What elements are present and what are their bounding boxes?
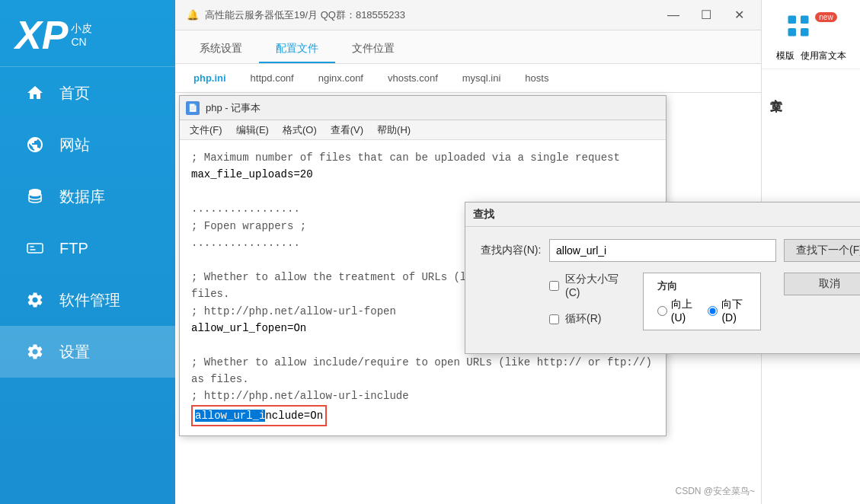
menu-help[interactable]: 帮助(H) (371, 122, 417, 139)
find-search-input[interactable] (549, 239, 776, 262)
svg-rect-5 (801, 28, 809, 37)
sidebar-nav: 首页 网站 数据库 FTP 软件管理 (0, 67, 175, 504)
find-search-label: 查找内容(N): (481, 244, 542, 257)
line-3 (191, 183, 654, 200)
article-section: 文章 (762, 69, 860, 101)
filetab-hosts[interactable]: hosts (514, 69, 559, 88)
line-12: ; Whether to allow include/require to op… (191, 354, 654, 388)
find-title-text: 查找 (473, 208, 860, 222)
sidebar-item-ftp[interactable]: FTP (0, 222, 175, 274)
tab-location[interactable]: 文件位置 (335, 36, 411, 63)
sidebar-item-home[interactable]: 首页 (0, 67, 175, 119)
cancel-btn-container: 取消 (784, 273, 860, 295)
line-2: max_file_uploads=20 (191, 166, 654, 183)
checkbox-case[interactable] (549, 281, 559, 291)
maximize-button[interactable]: ☐ (695, 5, 717, 26)
sidebar-item-settings[interactable]: 设置 (0, 326, 175, 378)
website-icon (23, 132, 47, 157)
filetab-vhosts[interactable]: vhosts.conf (377, 69, 449, 88)
radio-down[interactable] (708, 306, 718, 316)
logo-text: 小皮 CN (71, 21, 92, 49)
notepad-title-text: php - 记事本 (206, 101, 660, 115)
notepad-menubar: 文件(F) 编辑(E) 格式(O) 查看(V) 帮助(H) (180, 120, 666, 140)
bell-icon: 🔔 (187, 9, 199, 21)
checkbox-case-row: 区分大小写(C) (549, 273, 620, 298)
filetab-nginx[interactable]: nginx.conf (308, 69, 374, 88)
ftp-icon (23, 236, 47, 260)
topbar-text: 高性能云服务器低至19/月 QQ群：818555233 (205, 8, 663, 22)
checkbox-loop[interactable] (549, 314, 559, 324)
radio-down-label[interactable]: 向下(D) (708, 298, 747, 324)
sidebar-item-database[interactable]: 数据库 (0, 171, 175, 222)
svg-rect-2 (788, 16, 797, 24)
file-tabbar: php.ini httpd.conf nginx.conf vhosts.con… (175, 64, 761, 93)
filetab-httpd[interactable]: httpd.conf (240, 69, 305, 88)
sidebar-logo: XP 小皮 CN (0, 0, 175, 67)
find-dialog: 查找 ✕ 查找内容(N): 查找下一个(F) 区分大小写(C) 循环(R) (465, 202, 860, 354)
line-1: ; Maximum number of files that can be up… (191, 149, 654, 166)
sidebar-item-website[interactable]: 网站 (0, 119, 175, 171)
svg-rect-3 (801, 16, 809, 24)
right-panel-labels: 模版 使用富文本 (776, 49, 846, 62)
tab-config[interactable]: 配置文件 (259, 36, 335, 63)
new-badge: new (815, 12, 836, 22)
right-panel-icon (785, 12, 812, 45)
template-label: 模版 (776, 49, 794, 62)
radio-down-text: 向下(D) (721, 298, 747, 324)
menu-edit[interactable]: 编辑(E) (230, 122, 275, 139)
find-checkboxes: 区分大小写(C) 循环(R) (549, 273, 620, 333)
right-panel-top: new 模版 使用富文本 (762, 6, 860, 69)
menu-format[interactable]: 格式(O) (277, 122, 323, 139)
database-icon (23, 184, 47, 209)
tab-system[interactable]: 系统设置 (183, 36, 259, 63)
checkbox-case-label: 区分大小写(C) (565, 273, 620, 298)
csdn-watermark: CSDN @安全菜鸟~ (675, 485, 755, 498)
direction-box: 方向 向上(U) 向下(D) (643, 273, 761, 330)
svg-rect-1 (27, 244, 43, 253)
find-body: 查找内容(N): 查找下一个(F) 区分大小写(C) 循环(R) (465, 227, 860, 353)
checkbox-loop-label: 循环(R) (565, 312, 601, 326)
radio-group: 向上(U) 向下(D) (657, 298, 747, 324)
notepad-title-icon: 📄 (186, 101, 200, 115)
find-next-button[interactable]: 查找下一个(F) (784, 239, 860, 262)
cancel-button[interactable]: 取消 (784, 273, 860, 295)
settings-icon (23, 340, 47, 364)
sidebar-item-website-label: 网站 (59, 135, 90, 155)
menu-file[interactable]: 文件(F) (184, 122, 229, 139)
highlight-box: allow_url_include=On (191, 405, 327, 426)
sidebar-item-software-label: 软件管理 (59, 290, 120, 311)
find-titlebar: 查找 ✕ (465, 203, 860, 227)
logo-text-line2: CN (71, 35, 92, 49)
logo-text-line1: 小皮 (71, 21, 92, 35)
filetab-phpini[interactable]: php.ini (183, 69, 237, 88)
sidebar-item-database-label: 数据库 (59, 187, 105, 207)
find-search-row: 查找内容(N): 查找下一个(F) (481, 239, 860, 262)
radio-up[interactable] (657, 306, 667, 316)
minimize-button[interactable]: — (663, 5, 684, 26)
sidebar-item-ftp-label: FTP (59, 240, 88, 257)
topbar: 🔔 高性能云服务器低至19/月 QQ群：818555233 — ☐ ✕ (175, 0, 761, 30)
home-icon (23, 81, 47, 105)
sidebar-item-settings-label: 设置 (59, 342, 90, 362)
rich-label: 使用富文本 (801, 49, 846, 62)
radio-up-text: 向上(U) (671, 298, 696, 324)
radio-up-label[interactable]: 向上(U) (657, 298, 696, 324)
sidebar: XP 小皮 CN 首页 网站 数据库 FT (0, 0, 175, 504)
svg-rect-4 (788, 28, 797, 37)
software-icon (23, 288, 47, 312)
direction-label: 方向 (657, 279, 747, 293)
sidebar-item-software[interactable]: 软件管理 (0, 274, 175, 326)
main-tabbar: 系统设置 配置文件 文件位置 (175, 30, 761, 64)
highlight-text: allow_url_i (195, 410, 265, 422)
checkbox-loop-row: 循环(R) (549, 312, 620, 326)
line-13: ; http://php.net/allow-url-include (191, 388, 654, 404)
menu-view[interactable]: 查看(V) (324, 122, 369, 139)
filetab-mysql[interactable]: mysql.ini (452, 69, 512, 88)
find-direction-section: 方向 向上(U) 向下(D) (643, 273, 761, 330)
main-area: 🔔 高性能云服务器低至19/月 QQ群：818555233 — ☐ ✕ 系统设置… (175, 0, 761, 504)
topbar-controls: — ☐ ✕ (663, 5, 750, 26)
notepad-titlebar: 📄 php - 记事本 (180, 96, 666, 120)
sidebar-item-home-label: 首页 (59, 83, 90, 104)
line-14: allow_url_include=On (191, 405, 654, 426)
close-button[interactable]: ✕ (728, 5, 750, 26)
